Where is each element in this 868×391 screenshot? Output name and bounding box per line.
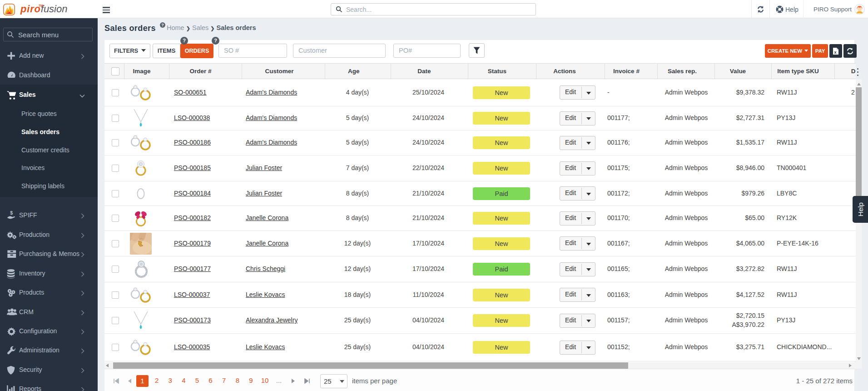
svg-text:$: $ bbox=[10, 211, 13, 216]
svg-text:x: x bbox=[834, 50, 836, 55]
